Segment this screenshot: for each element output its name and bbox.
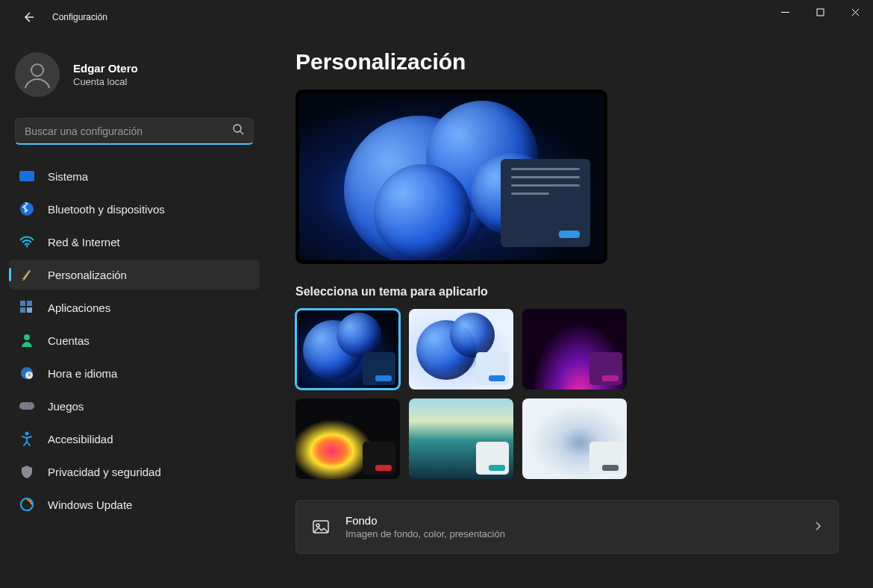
user-header[interactable]: Edgar Otero Cuenta local [9,46,260,110]
preview-flyout [501,159,590,247]
nav-label: Windows Update [48,498,132,511]
nav-system[interactable]: Sistema [9,161,260,191]
svg-point-16 [25,432,29,436]
svg-rect-0 [817,9,824,16]
accessibility-icon [19,431,34,446]
user-name: Edgar Otero [73,62,138,75]
svg-point-19 [316,524,319,527]
theme-option[interactable] [295,309,400,390]
nav-windows-update[interactable]: Windows Update [9,490,260,519]
svg-rect-8 [20,307,25,313]
svg-rect-13 [19,402,34,410]
maximize-icon [816,8,824,16]
window-controls [768,0,873,34]
bluetooth-icon [19,201,34,216]
window-title: Configuración [52,12,107,22]
apps-icon [19,300,34,315]
svg-rect-6 [20,301,25,306]
globe-clock-icon [19,366,34,381]
sidebar: Edgar Otero Cuenta local Sistema Bluet [0,34,269,588]
nav-label: Bluetooth y dispositivos [48,203,165,216]
svg-point-2 [234,125,241,132]
person-solid-icon [19,333,34,348]
update-icon [19,497,34,512]
theme-option[interactable] [409,309,513,390]
row-background[interactable]: Fondo Imagen de fondo, color, presentaci… [295,500,839,554]
shield-icon [19,464,34,479]
minimize-button[interactable] [768,0,803,24]
row-subtitle: Imagen de fondo, color, presentación [345,528,505,539]
search-box[interactable] [15,118,254,145]
person-icon [22,60,52,90]
nav-accessibility[interactable]: Accesibilidad [9,424,260,454]
svg-point-10 [24,334,30,340]
nav-label: Accesibilidad [48,433,113,445]
row-title: Fondo [345,514,505,527]
nav-accounts[interactable]: Cuentas [9,325,260,355]
nav-label: Personalización [48,269,127,281]
svg-rect-3 [19,171,34,181]
nav-list: Sistema Bluetooth y dispositivos Red & I… [9,161,260,519]
avatar [15,52,60,97]
display-icon [19,169,34,184]
svg-point-15 [31,406,33,408]
wifi-icon [19,234,34,249]
nav-label: Cuentas [48,334,90,347]
maximize-button[interactable] [803,0,838,24]
titlebar: Configuración [0,0,873,34]
picture-icon [311,517,331,537]
nav-label: Hora e idioma [48,367,117,380]
nav-time-language[interactable]: Hora e idioma [9,358,260,388]
back-button[interactable] [13,2,43,32]
chevron-right-icon [814,520,823,534]
search-input[interactable] [25,125,233,137]
arrow-left-icon [22,11,34,23]
nav-personalization[interactable]: Personalización [9,260,260,290]
svg-point-5 [26,245,28,248]
minimize-icon [781,8,789,16]
paintbrush-icon [19,267,34,282]
main-content: Personalización Selecciona un tema para … [269,34,873,588]
theme-preview[interactable] [295,90,607,264]
nav-label: Privacidad y seguridad [48,466,161,478]
theme-option[interactable] [409,398,513,479]
nav-label: Sistema [48,170,88,183]
gamepad-icon [19,398,34,413]
nav-gaming[interactable]: Juegos [9,391,260,421]
theme-option[interactable] [295,398,400,479]
nav-label: Red & Internet [48,236,120,248]
theme-grid [295,309,855,479]
nav-bluetooth[interactable]: Bluetooth y dispositivos [9,194,260,224]
svg-rect-9 [27,307,32,313]
svg-point-14 [29,404,31,407]
theme-option[interactable] [522,398,627,479]
theme-option[interactable] [522,309,627,390]
svg-point-1 [31,64,43,76]
svg-rect-7 [27,301,32,306]
nav-label: Aplicaciones [48,301,110,314]
nav-label: Juegos [48,400,84,413]
search-icon [233,124,244,138]
close-button[interactable] [838,0,873,24]
close-icon [851,8,860,16]
nav-network[interactable]: Red & Internet [9,227,260,257]
nav-privacy[interactable]: Privacidad y seguridad [9,457,260,487]
nav-apps[interactable]: Aplicaciones [9,293,260,322]
user-subtitle: Cuenta local [73,76,138,87]
page-title: Personalización [295,49,855,75]
theme-section-title: Selecciona un tema para aplicarlo [295,285,855,298]
